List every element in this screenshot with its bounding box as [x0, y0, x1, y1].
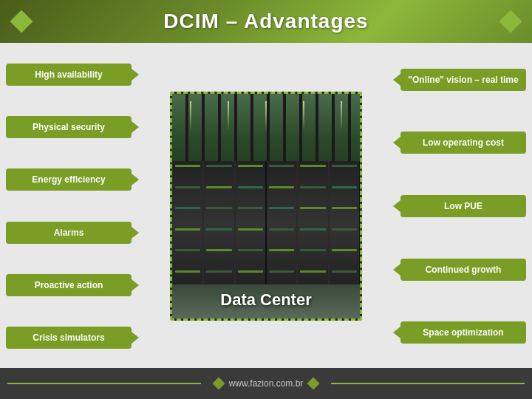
header-diamond-left — [10, 10, 33, 33]
box-energy-efficiency: Energy efficiency — [6, 168, 132, 191]
box-low-pue: Low PUE — [400, 195, 526, 217]
datacenter-image: Data Center — [170, 92, 362, 321]
box-physical-security: Physical security — [6, 116, 132, 138]
ceiling-lights — [172, 101, 360, 131]
center-panel: Data Center — [135, 50, 397, 362]
content-area: High availability Physical security Ener… — [0, 43, 532, 368]
ceiling-light — [303, 101, 304, 131]
box-high-availability: High availability — [6, 64, 132, 86]
box-crisis-simulators: Crisis simulators — [6, 327, 132, 349]
footer-line-left — [7, 383, 201, 384]
footer-diamond-right — [307, 378, 320, 390]
datacenter-label: Data Center — [220, 290, 311, 310]
ceiling-light — [265, 101, 267, 131]
footer-diamond-left — [212, 378, 225, 390]
footer-line-right — [331, 383, 525, 384]
header-diamond-right — [499, 10, 522, 33]
footer-url: www.fazion.com.br — [229, 378, 304, 389]
right-panel: "Online" vision – real time Low operatin… — [397, 50, 526, 362]
header: DCIM – Advantages — [0, 0, 532, 43]
ceiling-light — [228, 101, 229, 131]
box-space-optimization: Space optimization — [400, 321, 526, 344]
footer: www.fazion.com.br — [0, 368, 532, 399]
box-alarms: Alarms — [6, 222, 132, 244]
ceiling-light — [190, 101, 191, 131]
left-panel: High availability Physical security Ener… — [6, 50, 135, 362]
box-online-vision: "Online" vision – real time — [400, 69, 526, 91]
slide: DCIM – Advantages High availability Phys… — [0, 0, 532, 399]
box-proactive-action: Proactive action — [6, 274, 132, 296]
slide-title: DCIM – Advantages — [163, 10, 368, 33]
box-continued-growth: Continued growth — [400, 259, 526, 281]
ceiling-light — [341, 101, 342, 131]
box-low-operating-cost: Low operating cost — [400, 132, 526, 154]
